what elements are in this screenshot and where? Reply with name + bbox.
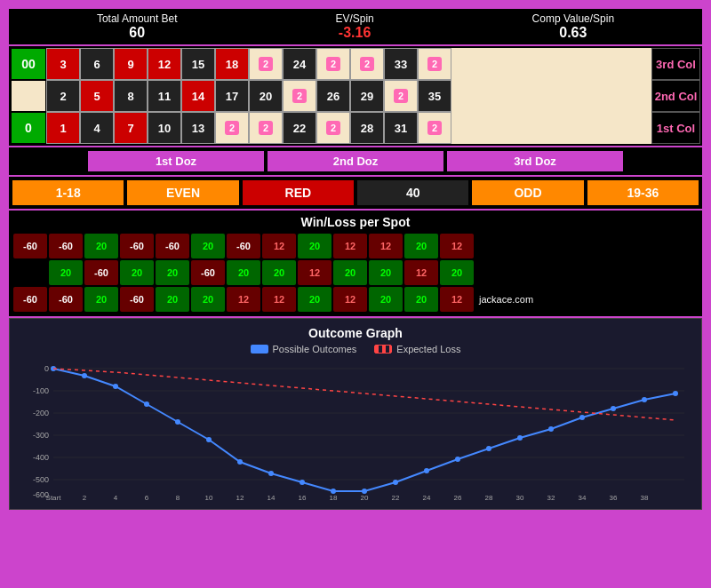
svg-text:18: 18 <box>330 494 338 502</box>
num-12[interactable]: 12 <box>148 48 181 80</box>
wl-r1c5: -60 <box>156 234 189 258</box>
num-7[interactable]: 7 <box>114 112 148 144</box>
svg-text:22: 22 <box>392 494 400 502</box>
num-22[interactable]: 22 <box>283 112 316 144</box>
wl-r2c4: 20 <box>156 260 189 285</box>
num-25-bet[interactable]: 2 <box>316 112 350 144</box>
num-26[interactable]: 26 <box>316 80 350 112</box>
num-31[interactable]: 31 <box>384 112 418 144</box>
wl-r2c3: 20 <box>120 260 154 285</box>
num-24[interactable]: 24 <box>283 48 316 80</box>
num-17[interactable]: 17 <box>215 80 249 112</box>
svg-text:26: 26 <box>454 494 462 502</box>
svg-text:38: 38 <box>641 494 649 502</box>
num-9[interactable]: 9 <box>114 48 148 80</box>
num-11[interactable]: 11 <box>148 80 181 112</box>
num-2[interactable]: 2 <box>46 80 80 112</box>
num-15[interactable]: 15 <box>181 48 215 80</box>
wl-r1c10: 12 <box>333 234 367 258</box>
num-6[interactable]: 6 <box>80 48 114 80</box>
num-28[interactable]: 28 <box>350 112 384 144</box>
num-34-bet[interactable]: 2 <box>418 112 451 144</box>
wl-r1c2: -60 <box>49 234 83 258</box>
num-21-bet[interactable]: 2 <box>249 48 283 80</box>
num-13[interactable]: 13 <box>181 112 215 144</box>
svg-text:0: 0 <box>44 364 49 373</box>
svg-text:30: 30 <box>516 494 524 502</box>
btn-black-bet[interactable]: 40 <box>356 179 469 206</box>
svg-point-33 <box>642 397 647 402</box>
svg-point-16 <box>113 384 118 389</box>
wl-r3c6: 20 <box>191 287 225 312</box>
num-23-bet[interactable]: 2 <box>283 80 316 112</box>
wl-r3c9: 20 <box>298 287 332 312</box>
svg-point-34 <box>673 391 678 396</box>
wl-r1c12: 20 <box>404 234 438 258</box>
comp-value-label: Comp Value/Spin <box>532 12 615 25</box>
num-14[interactable]: 14 <box>181 80 215 112</box>
btn-even[interactable]: EVEN <box>126 179 239 206</box>
svg-text:12: 12 <box>236 494 244 502</box>
wl-r1c7: -60 <box>227 234 260 258</box>
svg-point-15 <box>82 373 87 378</box>
outside-bets: 1st Doz 2nd Doz 3rd Doz 1-18 EVEN RED 40… <box>9 147 702 209</box>
num-8[interactable]: 8 <box>114 80 148 112</box>
num-29[interactable]: 29 <box>350 80 384 112</box>
doz-2[interactable]: 2nd Doz <box>267 150 444 172</box>
btn-19-36[interactable]: 19-36 <box>587 179 699 206</box>
svg-point-30 <box>548 426 554 432</box>
svg-point-17 <box>144 401 149 407</box>
wl-row-2: 20 -60 20 20 -60 20 20 12 20 20 12 20 <box>13 260 698 285</box>
num-30-bet[interactable]: 2 <box>350 48 384 80</box>
num-18[interactable]: 18 <box>215 48 249 80</box>
num-3[interactable]: 3 <box>46 48 80 80</box>
outside-row: 1-18 EVEN RED 40 ODD 19-36 <box>9 177 702 209</box>
wl-r2-spacer <box>13 260 47 285</box>
svg-text:-300: -300 <box>33 431 49 440</box>
row-1: 1 4 7 10 13 2 2 22 2 28 31 2 <box>46 112 651 144</box>
svg-text:34: 34 <box>579 494 587 502</box>
svg-text:28: 28 <box>485 494 493 502</box>
num-16-bet[interactable]: 2 <box>215 112 249 144</box>
wl-r3c1: -60 <box>13 287 47 312</box>
svg-text:8: 8 <box>176 494 180 502</box>
num-35[interactable]: 35 <box>418 80 451 112</box>
ev-spin-label: EV/Spin <box>335 12 373 25</box>
num-1[interactable]: 1 <box>46 112 80 144</box>
svg-text:-500: -500 <box>33 475 49 484</box>
svg-text:4: 4 <box>114 494 118 502</box>
num-33[interactable]: 33 <box>384 48 418 80</box>
comp-value-value: 0.63 <box>532 25 615 41</box>
btn-red[interactable]: RED <box>242 179 355 206</box>
num-5[interactable]: 5 <box>80 80 114 112</box>
num-36-bet[interactable]: 2 <box>418 48 451 80</box>
btn-odd[interactable]: ODD <box>471 179 584 206</box>
svg-point-20 <box>237 459 243 465</box>
wl-r2c6: 20 <box>227 260 260 285</box>
num-19-bet[interactable]: 2 <box>249 112 283 144</box>
double-zero-cell[interactable]: 00 <box>11 48 46 80</box>
num-20[interactable]: 20 <box>249 80 283 112</box>
doz-3[interactable]: 3rd Doz <box>446 150 624 172</box>
num-10[interactable]: 10 <box>148 112 181 144</box>
col-label-2nd[interactable]: 2nd Col <box>651 80 700 112</box>
num-4[interactable]: 4 <box>80 112 114 144</box>
wl-row-3: -60 -60 20 -60 20 20 12 12 20 12 20 20 1… <box>13 287 698 312</box>
dozen-row: 1st Doz 2nd Doz 3rd Doz <box>9 147 702 175</box>
wl-r2c8: 12 <box>298 260 332 285</box>
total-bet-group: Total Amount Bet 60 <box>97 12 178 41</box>
btn-1-18[interactable]: 1-18 <box>12 179 124 206</box>
svg-point-29 <box>517 435 523 441</box>
wl-r2c1: 20 <box>49 260 83 285</box>
num-32-bet[interactable]: 2 <box>384 80 418 112</box>
num-27-bet[interactable]: 2 <box>316 48 350 80</box>
legend-red-box <box>374 345 392 354</box>
doz-1[interactable]: 1st Doz <box>87 150 265 172</box>
col-label-1st[interactable]: 1st Col <box>651 112 700 144</box>
col-label-3rd[interactable]: 3rd Col <box>651 48 700 80</box>
svg-text:-200: -200 <box>33 409 49 417</box>
single-zero-cell[interactable]: 0 <box>11 112 46 144</box>
svg-text:-100: -100 <box>33 386 49 395</box>
wl-r2c2: -60 <box>84 260 118 285</box>
row-3: 3 6 9 12 15 18 2 24 2 2 33 2 <box>46 48 651 80</box>
